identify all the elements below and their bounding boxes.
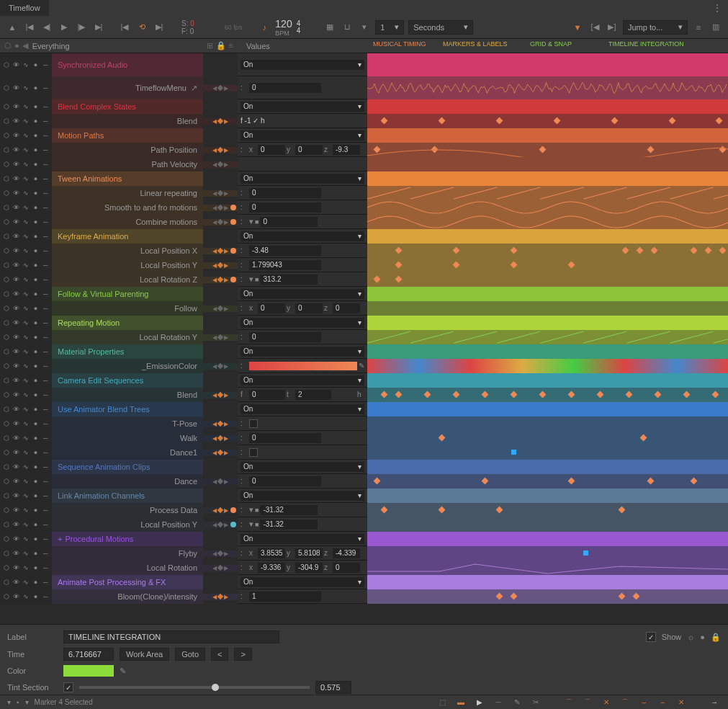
track-label[interactable]: Smooth to and fro motions <box>52 200 203 215</box>
mute-icon[interactable]: ● <box>32 362 40 370</box>
track-row-tpose[interactable]: ⬡ 👁 ∿ ● ─ T-Pose ◀▶ <box>0 416 238 431</box>
timeline-row-animator[interactable] <box>367 402 728 416</box>
eye-icon[interactable]: 👁 <box>13 319 20 326</box>
eye-icon[interactable]: 👁 <box>13 175 20 182</box>
value-input[interactable] <box>249 433 321 443</box>
mute-icon[interactable]: ● <box>32 334 40 341</box>
cut-icon[interactable]: ✂ <box>529 697 542 708</box>
chain-icon[interactable]: ⬡ <box>3 334 10 341</box>
timeline-row-keyframe[interactable] <box>367 229 728 244</box>
dash-icon[interactable]: ─ <box>42 290 49 298</box>
chain-icon[interactable]: ⬡ <box>3 579 10 586</box>
dash-icon[interactable]: ─ <box>42 146 49 153</box>
value-cell-postfx[interactable]: On▾ <box>238 575 367 589</box>
timeline-row-localrz[interactable] <box>367 272 728 287</box>
value-input[interactable] <box>249 83 321 93</box>
track-label[interactable]: T-Pose <box>52 416 203 431</box>
curve-icon[interactable]: ∿ <box>22 406 30 413</box>
value-cell-procedural[interactable]: On▾ <box>238 532 367 546</box>
eyedropper-icon[interactable]: ✎ <box>120 666 126 676</box>
track-row-localpy[interactable]: ⬡ 👁 ∿ ● ─ Local Position Y ◀▶ <box>0 517 238 532</box>
next-marker-button[interactable]: > <box>234 648 251 661</box>
track-row-procedural[interactable]: ⬡ 👁 ∿ ● ─ +Procedural Motions <box>0 532 238 546</box>
track-row-flyby[interactable]: ⬡ 👁 ∿ ● ─ Flyby ◀▶ <box>0 546 238 561</box>
dash-icon[interactable]: ─ <box>42 449 49 456</box>
mute-icon[interactable]: ● <box>32 276 40 283</box>
mute-icon[interactable]: ● <box>32 262 40 269</box>
chain-icon[interactable]: ⬡ <box>3 348 10 355</box>
magnet-icon[interactable]: ⊔ <box>341 21 354 34</box>
eye-icon[interactable]: 👁 <box>13 334 20 341</box>
track-label[interactable]: Local Rotation Z <box>52 272 203 287</box>
marker-musical-timing[interactable]: MUSICAL TIMING <box>373 40 426 48</box>
mute-icon[interactable]: ● <box>32 377 40 384</box>
curve-icon[interactable]: ∿ <box>22 579 30 586</box>
keyframe-controls[interactable]: ◀▶ <box>203 205 238 211</box>
chain-icon[interactable]: ⬡ <box>3 204 10 211</box>
value-input[interactable] <box>249 202 321 213</box>
mute-icon[interactable]: ● <box>32 434 40 442</box>
track-label[interactable]: Bloom(Clone)/intensity <box>52 589 203 604</box>
tint-slider[interactable] <box>79 686 310 689</box>
mute-icon[interactable]: ● <box>32 146 40 153</box>
eye-icon[interactable]: 👁 <box>13 189 20 197</box>
timeline-row-localx[interactable] <box>367 244 728 258</box>
value-cell-combine[interactable]: :▾■ <box>238 215 367 229</box>
timeline-row-tween[interactable] <box>367 171 728 186</box>
track-row-repeating[interactable]: ⬡ 👁 ∿ ● ─ Repeating Motion <box>0 316 238 330</box>
eye-icon[interactable]: 👁 <box>13 564 20 571</box>
curve-icon[interactable]: ∿ <box>22 535 30 543</box>
x-input[interactable] <box>258 303 285 313</box>
chain-icon[interactable]: ⬡ <box>3 61 10 68</box>
value-cell-animator[interactable]: On▾ <box>238 402 367 416</box>
prev-marker-button[interactable]: < <box>211 648 228 661</box>
on-off-dropdown[interactable]: On▾ <box>241 347 364 357</box>
eye-icon[interactable]: 👁 <box>13 550 20 557</box>
label-input[interactable] <box>63 630 279 643</box>
timeline-row-bloom[interactable] <box>367 589 728 604</box>
curve-icon[interactable]: ∿ <box>22 449 30 456</box>
track-label[interactable]: Path Velocity <box>52 157 203 171</box>
timeline-row-localy[interactable] <box>367 258 728 272</box>
track-row-smooth-tf[interactable]: ⬡ 👁 ∿ ● ─ Smooth to and fro motions ◀▶ <box>0 200 238 215</box>
value-cell-sync-audio[interactable]: On▾ <box>238 53 367 76</box>
eye-icon[interactable]: 👁 <box>13 420 20 427</box>
curve-icon[interactable]: ∿ <box>22 233 30 240</box>
keyframe-controls[interactable]: ◀▶ <box>203 363 238 370</box>
mute-icon[interactable]: ● <box>32 521 40 528</box>
keyframe-controls[interactable]: ◀▶ <box>203 147 238 153</box>
eye-icon[interactable]: 👁 <box>13 305 20 312</box>
track-row-follow[interactable]: ⬡ 👁 ∿ ● ─ Follow & Virtual Parenting <box>0 287 238 301</box>
dash-icon[interactable]: ─ <box>42 276 49 283</box>
dash-icon[interactable]: ─ <box>42 117 49 125</box>
curve4-icon[interactable]: ⌒ <box>619 697 632 708</box>
dash-icon[interactable]: ─ <box>42 492 49 499</box>
track-label[interactable]: TimeflowMenu ↗ <box>52 76 203 99</box>
track-row-motion-paths[interactable]: ⬡ 👁 ∿ ● ─ Motion Paths <box>0 128 238 143</box>
keyframe-controls[interactable]: ◀▶ <box>203 507 238 514</box>
timeline-row-localrot[interactable] <box>367 561 728 575</box>
z-input[interactable] <box>333 548 360 558</box>
curve-icon[interactable]: ∿ <box>22 348 30 355</box>
curve-icon[interactable]: ∿ <box>22 550 30 557</box>
keyframe-diamond[interactable] <box>511 450 516 455</box>
value-cell-camera-blend[interactable]: fth <box>238 388 367 402</box>
keyframe-controls[interactable]: ◀▶ <box>203 594 238 600</box>
chain-icon[interactable]: ⬡ <box>4 41 12 50</box>
mute-icon[interactable]: ● <box>32 103 40 110</box>
value-input[interactable] <box>260 217 318 227</box>
track-row-postfx[interactable]: ⬡ 👁 ∿ ● ─ Animate Post Processing & FX <box>0 575 238 589</box>
value-cell-localpy[interactable]: :▾■ <box>238 517 367 532</box>
value-cell-tpose[interactable]: : <box>238 416 367 431</box>
eye-icon[interactable]: 👁 <box>13 290 20 298</box>
track-row-material[interactable]: ⬡ 👁 ∿ ● ─ Material Properties <box>0 344 238 359</box>
curve-icon[interactable]: ∿ <box>22 262 30 269</box>
eye-icon[interactable]: 👁 <box>13 362 20 370</box>
track-row-localy[interactable]: ⬡ 👁 ∿ ● ─ Local Position Y ◀▶ <box>0 258 238 272</box>
track-row-camera[interactable]: ⬡ 👁 ∿ ● ─ Camera Edit Sequences <box>0 373 238 388</box>
chain-icon[interactable]: ⬡ <box>3 161 10 168</box>
timeline-row-process[interactable] <box>367 503 728 517</box>
mute-icon[interactable]: ● <box>32 189 40 197</box>
chain-icon[interactable]: ⬡ <box>3 146 10 153</box>
timeline-row-dance[interactable] <box>367 474 728 489</box>
